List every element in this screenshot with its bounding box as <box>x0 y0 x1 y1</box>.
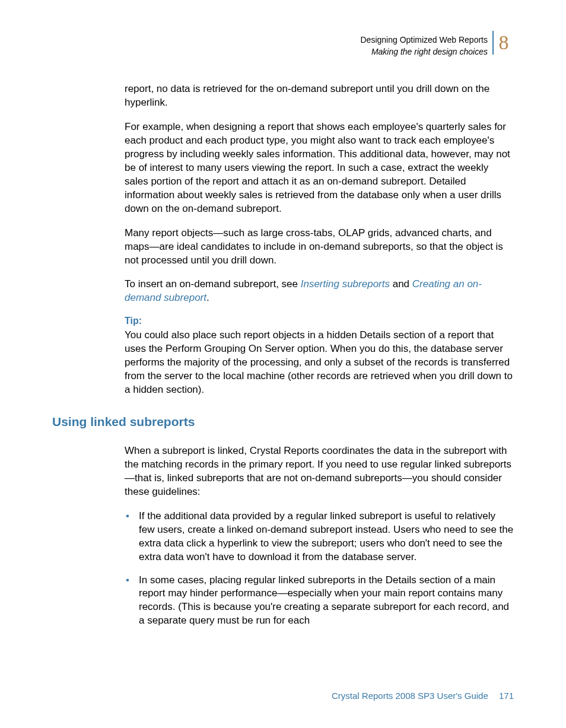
footer-doc-title: Crystal Reports 2008 SP3 User's Guide <box>332 691 488 701</box>
header-subtitle: Making the right design choices <box>52 46 488 58</box>
bullet-list: If the additional data provided by a reg… <box>125 510 514 628</box>
list-item: If the additional data provided by a reg… <box>125 510 514 564</box>
text-run: To insert an on-demand subreport, see <box>125 278 301 290</box>
chapter-badge: 8 <box>492 31 514 55</box>
text-run: . <box>206 292 209 303</box>
page-container: Designing Optimized Web Reports Making t… <box>0 0 566 628</box>
section-heading: Using linked subreports <box>52 415 514 429</box>
chapter-number: 8 <box>499 31 509 54</box>
tip-body: You could also place such report objects… <box>125 329 514 397</box>
paragraph: For example, when designing a report tha… <box>125 120 514 216</box>
section-content: When a subreport is linked, Crystal Repo… <box>125 444 514 628</box>
paragraph: Many report objects—such as large cross-… <box>125 227 514 268</box>
text-run: and <box>390 278 412 290</box>
page-header: Designing Optimized Web Reports Making t… <box>52 34 514 58</box>
tip-label: Tip: <box>125 316 514 326</box>
list-item: In some cases, placing regular linked su… <box>125 574 514 628</box>
footer-page-number: 171 <box>499 691 514 701</box>
header-title: Designing Optimized Web Reports <box>52 34 488 46</box>
paragraph: To insert an on-demand subreport, see In… <box>125 278 514 305</box>
section-intro: When a subreport is linked, Crystal Repo… <box>125 444 514 499</box>
body-content: report, no data is retrieved for the on-… <box>125 82 514 397</box>
page-footer: Crystal Reports 2008 SP3 User's Guide 17… <box>332 691 514 701</box>
paragraph: report, no data is retrieved for the on-… <box>125 82 514 110</box>
link-inserting-subreports[interactable]: Inserting subreports <box>301 278 390 290</box>
